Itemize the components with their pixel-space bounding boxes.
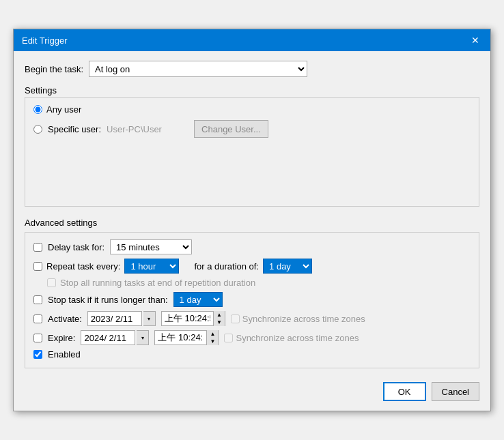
- expire-checkbox[interactable]: [33, 334, 42, 342]
- begin-task-select[interactable]: At log on At startup On a schedule On an…: [89, 61, 307, 77]
- expire-time-down-btn[interactable]: ▼: [207, 338, 218, 345]
- expire-time-group: ▲ ▼: [154, 330, 219, 345]
- activate-date-input[interactable]: [87, 311, 142, 326]
- expire-sync-checkbox[interactable]: [224, 334, 233, 342]
- delay-task-row: Delay task for: 15 minutes 30 minutes 1 …: [33, 239, 471, 254]
- repeat-task-checkbox[interactable]: [33, 262, 42, 271]
- expire-date-input[interactable]: [81, 330, 135, 345]
- stop-repetition-label[interactable]: Stop all running tasks at end of repetit…: [60, 278, 255, 288]
- enabled-label[interactable]: Enabled: [48, 349, 81, 360]
- expire-sync-group: Synchronize across time zones: [224, 333, 359, 343]
- expire-date-dropdown-btn[interactable]: ▾: [137, 330, 149, 345]
- expire-time-up-btn[interactable]: ▲: [207, 330, 218, 338]
- specific-user-label[interactable]: Specific user:: [48, 124, 101, 134]
- stop-longer-checkbox[interactable]: [33, 295, 42, 304]
- stop-repetition-checkbox[interactable]: [47, 278, 56, 287]
- user-placeholder-text: User-PC\User: [107, 124, 188, 134]
- repeat-task-select[interactable]: 1 hour 5 minutes 10 minutes 15 minutes 3…: [124, 259, 179, 274]
- any-user-radio[interactable]: [33, 105, 42, 114]
- for-duration-label: for a duration of:: [194, 261, 259, 272]
- stop-longer-row: Stop task if it runs longer than: 1 day …: [33, 292, 471, 307]
- activate-time-spinner: ▲ ▼: [213, 311, 225, 326]
- expire-time-spinner: ▲ ▼: [206, 330, 218, 345]
- cancel-button[interactable]: Cancel: [432, 382, 479, 401]
- repeat-task-row: Repeat task every: 1 hour 5 minutes 10 m…: [33, 259, 471, 274]
- dialog-content: Begin the task: At log on At startup On …: [14, 51, 490, 375]
- expire-row: Expire: ▾ ▲ ▼ Synchronize ac: [33, 330, 471, 345]
- activate-time-group: ▲ ▼: [161, 311, 225, 326]
- settings-section: Settings Any user Specific user: User-PC…: [25, 83, 479, 207]
- activate-sync-group: Synchronize across time zones: [231, 314, 365, 324]
- advanced-label: Advanced settings: [25, 218, 479, 228]
- activate-time-up-btn[interactable]: ▲: [214, 311, 225, 319]
- title-bar: Edit Trigger ✕: [14, 29, 490, 51]
- delay-task-label[interactable]: Delay task for:: [48, 242, 104, 252]
- edit-trigger-dialog: Edit Trigger ✕ Begin the task: At log on…: [13, 29, 491, 411]
- repeat-task-label[interactable]: Repeat task every:: [46, 261, 120, 272]
- activate-label[interactable]: Activate:: [48, 314, 82, 324]
- change-user-button[interactable]: Change User...: [194, 120, 268, 138]
- activate-row: Activate: ▾ ▲ ▼ Synchronize: [33, 311, 471, 326]
- expire-date-group: ▾: [81, 330, 149, 345]
- stop-longer-label[interactable]: Stop task if it runs longer than:: [48, 295, 168, 305]
- advanced-section: Advanced settings Delay task for: 15 min…: [25, 218, 479, 368]
- for-duration-select[interactable]: 1 day 1 hour 2 hours 4 hours 8 hours 12 …: [263, 259, 312, 274]
- stop-repetition-row: Stop all running tasks at end of repetit…: [33, 278, 471, 288]
- activate-sync-checkbox[interactable]: [231, 314, 240, 323]
- delay-task-checkbox[interactable]: [33, 243, 42, 252]
- settings-label: Settings: [25, 85, 479, 96]
- expire-label[interactable]: Expire:: [48, 333, 75, 343]
- specific-user-row: Specific user: User-PC\User Change User.…: [33, 120, 471, 138]
- expire-sync-label[interactable]: Synchronize across time zones: [236, 333, 359, 343]
- enabled-row: Enabled: [33, 349, 471, 360]
- ok-button[interactable]: OK: [383, 382, 426, 401]
- dialog-title: Edit Trigger: [22, 35, 67, 46]
- expire-time-input[interactable]: [155, 331, 206, 344]
- activate-date-dropdown-btn[interactable]: ▾: [143, 311, 156, 326]
- begin-task-row: Begin the task: At log on At startup On …: [25, 61, 479, 77]
- settings-group: Any user Specific user: User-PC\User Cha…: [25, 97, 479, 207]
- delay-task-select[interactable]: 15 minutes 30 minutes 1 hour 8 hours 1 d…: [110, 239, 192, 254]
- activate-time-down-btn[interactable]: ▼: [214, 319, 225, 326]
- any-user-row: Any user: [33, 104, 471, 115]
- activate-time-input[interactable]: [162, 312, 213, 325]
- begin-task-label: Begin the task:: [25, 64, 83, 74]
- specific-user-radio[interactable]: [33, 125, 42, 134]
- activate-date-group: ▾: [87, 311, 156, 326]
- activate-checkbox[interactable]: [33, 314, 42, 323]
- dialog-footer: OK Cancel: [14, 375, 490, 411]
- any-user-label[interactable]: Any user: [46, 104, 81, 115]
- advanced-group: Delay task for: 15 minutes 30 minutes 1 …: [25, 232, 479, 368]
- close-button[interactable]: ✕: [468, 33, 482, 47]
- enabled-checkbox[interactable]: [33, 350, 42, 359]
- stop-longer-select[interactable]: 1 day 1 hour 2 hours 4 hours 8 hours 12 …: [173, 292, 223, 307]
- activate-sync-label[interactable]: Synchronize across time zones: [242, 314, 365, 324]
- settings-spacer: [33, 143, 471, 198]
